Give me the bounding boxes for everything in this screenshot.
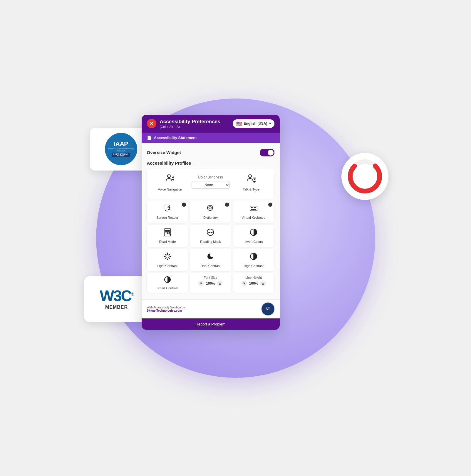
feature-grid: i Screen Reader i xyxy=(147,201,274,271)
svg-point-5 xyxy=(254,178,255,180)
language-label: English (USA) xyxy=(244,121,267,126)
language-button[interactable]: 🇺🇸 English (USA) ▾ xyxy=(233,119,274,128)
report-bar[interactable]: Report a Problem xyxy=(142,318,280,330)
svg-point-29 xyxy=(166,255,169,258)
svg-point-2 xyxy=(167,175,170,178)
voice-navigation-icon xyxy=(165,173,175,186)
invert-colors-icon xyxy=(249,228,258,238)
svg-rect-19 xyxy=(252,209,255,210)
talk-type-label: Talk & Type xyxy=(243,188,259,191)
talk-type-item[interactable]: Talk & Type xyxy=(232,173,270,191)
oversize-label: Oversize Widget xyxy=(147,150,181,155)
line-height-value: 100% xyxy=(248,281,259,285)
font-size-controls: ▼ 100% ▲ xyxy=(198,280,223,286)
accessibility-panel: ✕ Accessibility Preferences (Ctrl + Alt … xyxy=(142,115,280,330)
line-height-controls: ▼ 100% ▲ xyxy=(241,280,266,286)
iaap-org: ORGANIZATIONAL MEMBER xyxy=(112,153,130,157)
color-blindness-select[interactable]: None Protanopia Deuteranopia Tritanopia xyxy=(192,181,230,189)
virtual-keyboard-icon xyxy=(249,204,258,214)
profiles-label: Accessibility Profiles xyxy=(147,161,274,166)
smart-contrast-icon xyxy=(164,276,171,285)
iaap-subtitle: International Association of Accessibili… xyxy=(105,148,137,152)
invert-colors-label: Invert Colors xyxy=(244,240,263,243)
dark-contrast-label: Dark Contrast xyxy=(201,264,221,268)
svg-point-41 xyxy=(166,278,167,279)
svg-line-37 xyxy=(165,258,165,259)
font-size-value: 100% xyxy=(205,281,216,285)
reading-mask-icon xyxy=(206,228,214,238)
screen-reader-button[interactable]: i Screen Reader xyxy=(147,201,188,223)
high-contrast-icon xyxy=(249,252,258,262)
font-size-label: Font Size xyxy=(204,276,217,279)
read-mode-button[interactable]: Read Mode xyxy=(147,225,188,247)
voice-navigation-label: Voice Navigation xyxy=(158,188,182,191)
dark-contrast-button[interactable]: Dark Contrast xyxy=(190,249,231,271)
dictionary-info[interactable]: i xyxy=(225,203,229,207)
oversize-toggle[interactable] xyxy=(260,149,274,156)
svg-point-3 xyxy=(249,175,252,178)
invert-colors-button[interactable]: Invert Colors xyxy=(233,225,274,247)
line-height-item: Line Height ▼ 100% ▲ xyxy=(233,273,274,293)
reading-mask-label: Reading Mask xyxy=(200,240,221,243)
read-mode-icon xyxy=(163,228,172,238)
screen-reader-icon xyxy=(163,204,172,214)
dark-contrast-icon xyxy=(206,252,214,262)
chevron-down-icon: ▾ xyxy=(269,121,271,126)
font-size-decrease[interactable]: ▼ xyxy=(198,280,204,286)
footer-line1: Web Accessibility Solution by xyxy=(147,306,185,309)
font-size-item: Font Size ▼ 100% ▲ xyxy=(190,273,231,293)
svg-rect-18 xyxy=(251,209,252,210)
statement-label: Accessibility Statement xyxy=(154,136,197,140)
panel-shortcut: (Ctrl + Alt + A) xyxy=(160,125,220,128)
high-contrast-label: High Contrast xyxy=(244,264,264,268)
statement-bar[interactable]: 📄 Accessibility Statement xyxy=(142,133,280,143)
screen-reader-label: Screen Reader xyxy=(157,216,178,219)
svg-line-34 xyxy=(165,254,165,254)
dictionary-button[interactable]: i Dictionary xyxy=(190,201,231,223)
footer-link[interactable]: SkynetTechnologies.com xyxy=(147,309,182,312)
color-blindness-label: Color Blindness xyxy=(198,175,223,179)
read-mode-label: Read Mode xyxy=(159,240,176,243)
smart-contrast-item[interactable]: Smart Contrast xyxy=(147,273,188,293)
voice-navigation-item[interactable]: Voice Navigation xyxy=(151,173,189,191)
virtual-keyboard-info[interactable]: i xyxy=(268,203,272,207)
footer-text-block: Web Accessibility Solution by SkynetTech… xyxy=(147,306,185,312)
close-button[interactable]: ✕ xyxy=(147,119,156,128)
svg-rect-13 xyxy=(250,206,257,211)
footer-line2: SkynetTechnologies.com xyxy=(147,309,185,312)
svg-rect-16 xyxy=(254,207,255,208)
profiles-top-row: Voice Navigation Color Blindness None Pr… xyxy=(151,173,270,191)
virtual-keyboard-button[interactable]: i Virtual Keyboard xyxy=(233,201,274,223)
footer-logo: ST xyxy=(262,303,274,315)
bottom-row: Smart Contrast Font Size ▼ 100% ▲ Line H… xyxy=(147,273,274,293)
color-blindness-item: Color Blindness None Protanopia Deuteran… xyxy=(192,175,230,189)
light-contrast-icon xyxy=(163,252,172,262)
virtual-keyboard-label: Virtual Keyboard xyxy=(242,216,266,219)
w3c-member: MEMBER xyxy=(105,305,128,310)
w3c-reg: ® xyxy=(131,292,133,297)
report-link[interactable]: Report a Problem xyxy=(196,322,226,326)
svg-rect-20 xyxy=(255,209,256,210)
light-contrast-label: Light Contrast xyxy=(157,264,177,268)
reading-mask-button[interactable]: Reading Mask xyxy=(190,225,231,247)
svg-rect-14 xyxy=(251,207,252,208)
header-left: ✕ Accessibility Preferences (Ctrl + Alt … xyxy=(147,119,220,128)
talk-type-icon xyxy=(246,173,257,186)
flag-icon: 🇺🇸 xyxy=(236,121,242,126)
statement-icon: 📄 xyxy=(147,136,152,140)
donut-chart xyxy=(346,157,384,196)
svg-rect-15 xyxy=(252,207,253,208)
line-height-increase[interactable]: ▲ xyxy=(260,280,266,286)
light-contrast-button[interactable]: Light Contrast xyxy=(147,249,188,271)
iaap-logo: IAAP xyxy=(114,141,128,147)
line-height-decrease[interactable]: ▼ xyxy=(241,280,247,286)
font-size-increase[interactable]: ▲ xyxy=(217,280,223,286)
w3c-logo: W3C® xyxy=(100,288,133,303)
panel-body: Oversize Widget Accessibility Profiles xyxy=(142,143,280,299)
svg-line-35 xyxy=(169,258,170,259)
high-contrast-button[interactable]: High Contrast xyxy=(233,249,274,271)
panel-title: Accessibility Preferences xyxy=(160,119,220,125)
svg-line-36 xyxy=(169,254,170,254)
screen-reader-info[interactable]: i xyxy=(182,203,186,207)
oversize-row: Oversize Widget xyxy=(147,148,274,158)
